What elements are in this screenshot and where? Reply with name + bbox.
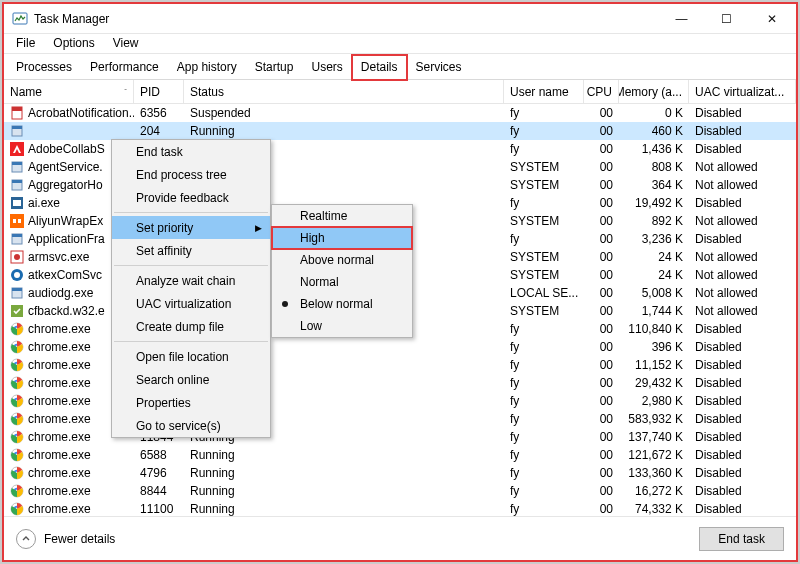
col-status[interactable]: Status: [184, 80, 504, 103]
fewer-details-label: Fewer details: [44, 532, 115, 546]
process-icon: [10, 214, 24, 228]
cell-user: fy: [504, 482, 584, 500]
ctx-open-file-location[interactable]: Open file location: [112, 345, 270, 368]
menu-separator: [114, 341, 268, 342]
minimize-button[interactable]: —: [659, 4, 704, 34]
cell-status: Running: [184, 482, 504, 500]
fewer-details-button[interactable]: Fewer details: [16, 529, 115, 549]
priority-below-normal[interactable]: Below normal: [272, 293, 412, 315]
cell-pid: 6588: [134, 446, 184, 464]
cell-cpu: 00: [584, 302, 619, 320]
tab-performance[interactable]: Performance: [81, 55, 168, 79]
priority-high[interactable]: High: [272, 227, 412, 249]
ctx-analyze-wait-chain[interactable]: Analyze wait chain: [112, 269, 270, 292]
process-icon: [10, 340, 24, 354]
table-row[interactable]: AcrobatNotification...6356Suspendedfy000…: [4, 104, 796, 122]
menu-separator: [114, 212, 268, 213]
cell-user: SYSTEM: [504, 176, 584, 194]
tab-details[interactable]: Details: [352, 55, 407, 80]
ctx-set-priority[interactable]: Set priority▶: [112, 216, 270, 239]
svg-point-20: [14, 272, 20, 278]
priority-low[interactable]: Low: [272, 315, 412, 337]
col-cpu[interactable]: CPU: [584, 80, 619, 103]
cell-cpu: 00: [584, 356, 619, 374]
cell-mem: 2,980 K: [619, 392, 689, 410]
table-row[interactable]: chrome.exe11100Runningfy0074,332 KDisabl…: [4, 500, 796, 516]
tab-services[interactable]: Services: [407, 55, 471, 79]
cell-user: fy: [504, 446, 584, 464]
cell-user: fy: [504, 230, 584, 248]
process-icon: [10, 106, 24, 120]
cell-mem: 133,360 K: [619, 464, 689, 482]
cell-cpu: 00: [584, 464, 619, 482]
ctx-end-process-tree[interactable]: End process tree: [112, 163, 270, 186]
cell-uac: Disabled: [689, 194, 796, 212]
menu-view[interactable]: View: [105, 35, 147, 51]
cell-uac: Not allowed: [689, 158, 796, 176]
cell-mem: 74,332 K: [619, 500, 689, 516]
process-icon: [10, 412, 24, 426]
priority-normal[interactable]: Normal: [272, 271, 412, 293]
svg-rect-9: [12, 180, 22, 183]
priority-submenu: RealtimeHighAbove normalNormalBelow norm…: [271, 204, 413, 338]
tab-processes[interactable]: Processes: [7, 55, 81, 79]
col-name[interactable]: Nameˇ: [4, 80, 134, 103]
ctx-provide-feedback[interactable]: Provide feedback: [112, 186, 270, 209]
titlebar[interactable]: Task Manager — ☐ ✕: [4, 4, 796, 34]
cell-uac: Not allowed: [689, 266, 796, 284]
cell-pid: 6356: [134, 104, 184, 122]
cell-mem: 24 K: [619, 248, 689, 266]
menu-options[interactable]: Options: [45, 35, 102, 51]
cell-status: Running: [184, 446, 504, 464]
menu-file[interactable]: File: [8, 35, 43, 51]
ctx-uac-virtualization[interactable]: UAC virtualization: [112, 292, 270, 315]
table-row[interactable]: 204Runningfy00460 KDisabled: [4, 122, 796, 140]
table-row[interactable]: chrome.exe4796Runningfy00133,360 KDisabl…: [4, 464, 796, 482]
cell-cpu: 00: [584, 374, 619, 392]
col-uac[interactable]: UAC virtualizat...: [689, 80, 796, 103]
col-pid[interactable]: PID: [134, 80, 184, 103]
col-user[interactable]: User name: [504, 80, 584, 103]
ctx-search-online[interactable]: Search online: [112, 368, 270, 391]
cell-mem: 808 K: [619, 158, 689, 176]
tab-app-history[interactable]: App history: [168, 55, 246, 79]
cell-mem: 460 K: [619, 122, 689, 140]
cell-mem: 11,152 K: [619, 356, 689, 374]
ctx-end-task[interactable]: End task: [112, 140, 270, 163]
ctx-properties[interactable]: Properties: [112, 391, 270, 414]
process-icon: [10, 358, 24, 372]
cell-uac: Disabled: [689, 320, 796, 338]
cell-mem: 3,236 K: [619, 230, 689, 248]
table-row[interactable]: chrome.exe6588Runningfy00121,672 KDisabl…: [4, 446, 796, 464]
ctx-go-to-service-s-[interactable]: Go to service(s): [112, 414, 270, 437]
cell-pid: 8844: [134, 482, 184, 500]
tab-users[interactable]: Users: [302, 55, 351, 79]
ctx-create-dump-file[interactable]: Create dump file: [112, 315, 270, 338]
close-button[interactable]: ✕: [749, 4, 794, 34]
end-task-button[interactable]: End task: [699, 527, 784, 551]
cell-uac: Disabled: [689, 122, 796, 140]
cell-uac: Disabled: [689, 446, 796, 464]
priority-realtime[interactable]: Realtime: [272, 205, 412, 227]
process-icon: [10, 232, 24, 246]
cell-uac: Disabled: [689, 500, 796, 516]
cell-status: Running: [184, 500, 504, 516]
svg-rect-22: [12, 288, 22, 291]
process-icon: [10, 286, 24, 300]
cell-cpu: 00: [584, 410, 619, 428]
process-icon: [10, 466, 24, 480]
ctx-set-affinity[interactable]: Set affinity: [112, 239, 270, 262]
cell-uac: Not allowed: [689, 248, 796, 266]
table-row[interactable]: chrome.exe8844Runningfy0016,272 KDisable…: [4, 482, 796, 500]
cell-uac: Disabled: [689, 482, 796, 500]
radio-checked-icon: [282, 301, 288, 307]
priority-above-normal[interactable]: Above normal: [272, 249, 412, 271]
tab-startup[interactable]: Startup: [246, 55, 303, 79]
footer: Fewer details End task: [4, 516, 796, 560]
cell-pid: 4796: [134, 464, 184, 482]
col-mem[interactable]: Memory (a...: [619, 80, 689, 103]
process-icon: [10, 268, 24, 282]
maximize-button[interactable]: ☐: [704, 4, 749, 34]
cell-uac: Disabled: [689, 230, 796, 248]
svg-rect-16: [12, 234, 22, 237]
